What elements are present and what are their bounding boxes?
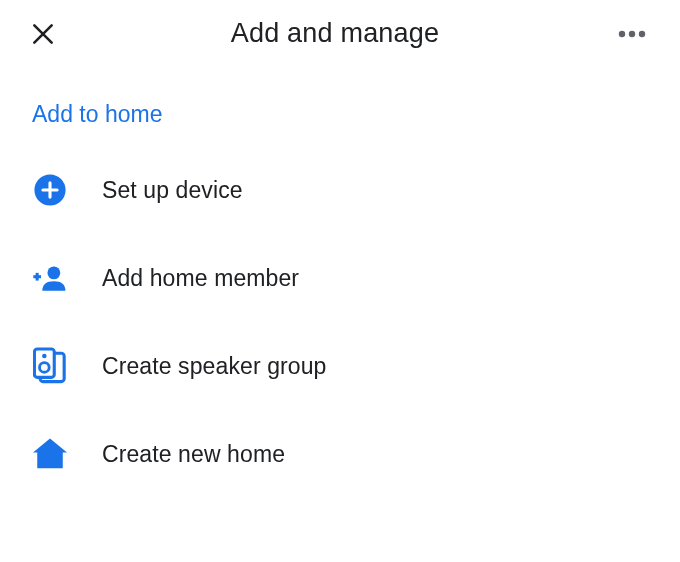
speaker-group-icon [32, 348, 68, 384]
menu-item-label: Create speaker group [102, 353, 326, 380]
menu-item-create-speaker-group[interactable]: Create speaker group [0, 322, 680, 410]
menu-item-label: Add home member [102, 265, 299, 292]
more-icon[interactable] [612, 19, 652, 49]
menu-list: Set up device Add home member Create spe… [0, 146, 680, 498]
close-icon[interactable] [28, 19, 58, 49]
header: Add and manage [0, 0, 680, 59]
svg-point-8 [47, 266, 60, 279]
section-header: Add to home [0, 59, 680, 146]
svg-point-3 [629, 30, 635, 36]
svg-point-12 [42, 354, 47, 359]
add-person-icon [32, 260, 68, 296]
menu-item-add-home-member[interactable]: Add home member [0, 234, 680, 322]
home-icon [32, 436, 68, 472]
menu-item-label: Set up device [102, 177, 243, 204]
svg-point-13 [40, 363, 50, 373]
plus-circle-icon [32, 172, 68, 208]
menu-item-create-new-home[interactable]: Create new home [0, 410, 680, 498]
page-title: Add and manage [231, 18, 439, 49]
menu-item-label: Create new home [102, 441, 285, 468]
svg-point-4 [639, 30, 645, 36]
svg-point-2 [619, 30, 625, 36]
menu-item-set-up-device[interactable]: Set up device [0, 146, 680, 234]
